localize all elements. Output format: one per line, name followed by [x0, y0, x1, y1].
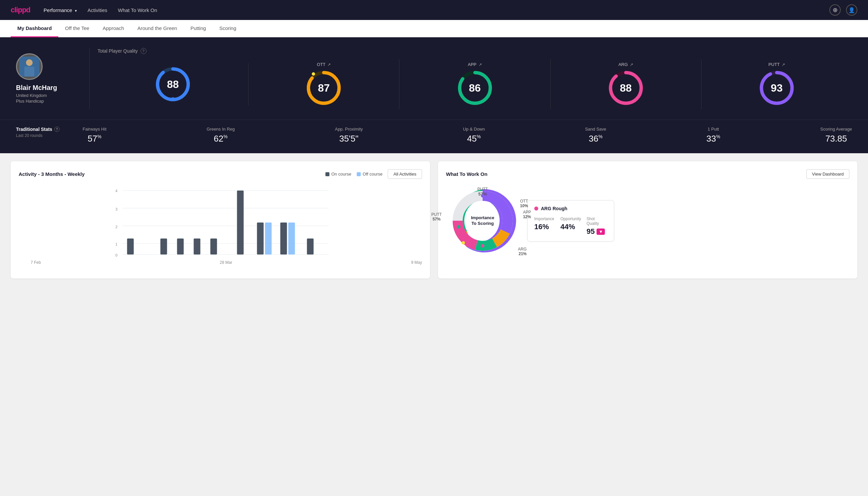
tab-my-dashboard[interactable]: My Dashboard — [11, 20, 58, 37]
gauge-circle-ott: 87 — [305, 69, 342, 106]
what-to-work-on-card: What To Work On View Dashboard — [438, 161, 857, 278]
tab-approach[interactable]: Approach — [96, 20, 130, 37]
add-button[interactable]: ⊕ — [830, 4, 841, 16]
donut-label-putt: PUTT 57% — [477, 187, 488, 197]
tab-around-the-green[interactable]: Around the Green — [130, 20, 184, 37]
metric-label-opportunity: Opportunity — [560, 217, 581, 221]
svg-point-13 — [624, 71, 628, 74]
activity-header: Activity - 3 Months - Weekly On course O… — [19, 169, 422, 179]
stat-name-sand: Sand Save — [585, 127, 606, 131]
gauge-putt: PUTT ↗ 93 — [701, 59, 852, 109]
donut-center: Importance To Scoring — [471, 215, 494, 227]
gauge-circle-putt: 93 — [758, 69, 795, 106]
arrow-up-icon: ↗ — [327, 62, 331, 67]
tab-putting[interactable]: Putting — [184, 20, 213, 37]
svg-rect-29 — [194, 238, 201, 254]
metric-value-opportunity: 44% — [560, 222, 581, 231]
activity-controls: On course Off course All Activities — [326, 169, 422, 179]
nav-right: ⊕ 👤 — [830, 4, 857, 16]
activity-title: Activity - 3 Months - Weekly — [19, 171, 84, 177]
donut-label-putt-side: PUTT 57% — [431, 212, 442, 221]
gauge-label-app: APP ↗ — [468, 62, 482, 67]
metric-shot-quality: Shot Quality 95 ▼ — [586, 217, 607, 236]
svg-point-44 — [457, 225, 460, 229]
tab-off-the-tee[interactable]: Off the Tee — [58, 20, 96, 37]
hero-section: Blair McHarg United Kingdom Plus Handica… — [0, 37, 868, 120]
svg-rect-32 — [257, 222, 264, 254]
donut-pct-putt: 57% — [477, 191, 488, 197]
gauge-app: APP ↗ 86 — [399, 59, 550, 109]
legend-dot-off-course — [357, 172, 361, 176]
stats-label-group: Traditional Stats ? Last 20 rounds — [16, 127, 69, 138]
donut-label-app: APP 12% — [523, 210, 531, 219]
gauge-value-overall: 88 — [167, 78, 179, 90]
stat-fairways-hit: Fairways Hit 57% — [83, 127, 107, 144]
legend-off-course: Off course — [357, 172, 383, 176]
donut-center-text: Importance To Scoring — [471, 215, 494, 227]
wtwo-body: Importance To Scoring PUTT 57% OTT 10% A… — [446, 184, 849, 258]
nav-link-activities[interactable]: Activities — [88, 7, 107, 13]
stat-name-1putt: 1 Putt — [707, 127, 720, 131]
main-content: Activity - 3 Months - Weekly On course O… — [0, 153, 868, 286]
view-dashboard-button[interactable]: View Dashboard — [806, 169, 849, 179]
stats-label: Traditional Stats ? — [16, 127, 69, 132]
stat-up-and-down: Up & Down 45% — [463, 127, 485, 144]
player-name: Blair McHarg — [16, 84, 89, 92]
legend: On course Off course — [326, 172, 383, 176]
logo[interactable]: clippd — [11, 6, 30, 14]
gauge-circle-app: 86 — [457, 69, 493, 106]
svg-point-43 — [462, 241, 465, 245]
top-navigation: clippd Performance ▾ Activities What To … — [0, 0, 868, 20]
arrow-up-icon-arg: ↗ — [630, 62, 633, 67]
svg-rect-33 — [265, 222, 272, 254]
legend-on-course: On course — [326, 172, 351, 176]
svg-text:2: 2 — [115, 225, 117, 229]
chart-label-may: 9 May — [411, 260, 422, 265]
gauge-value-arg: 88 — [620, 82, 632, 94]
player-info: Blair McHarg United Kingdom Plus Handica… — [16, 53, 89, 104]
stat-1-putt: 1 Putt 33% — [707, 127, 720, 144]
arrow-up-icon-app: ↗ — [479, 62, 482, 67]
gauge-value-putt: 93 — [771, 82, 783, 94]
nav-link-performance[interactable]: Performance ▾ — [44, 7, 77, 13]
quality-section: Total Player Quality ? 88 — [89, 48, 852, 109]
nav-left: clippd Performance ▾ Activities What To … — [11, 6, 157, 14]
stat-value-greens: 62% — [206, 134, 235, 144]
nav-links: Performance ▾ Activities What To Work On — [44, 7, 157, 13]
svg-text:3: 3 — [115, 207, 117, 211]
wtwo-header: What To Work On View Dashboard — [446, 169, 849, 179]
metric-value-shot-quality: 95 ▼ — [586, 227, 607, 236]
svg-text:4: 4 — [115, 189, 117, 193]
all-activities-button[interactable]: All Activities — [388, 169, 422, 179]
donut-label-ott: OTT 10% — [520, 199, 528, 208]
down-badge: ▼ — [597, 229, 605, 235]
user-profile-button[interactable]: 👤 — [846, 4, 857, 16]
metric-label-importance: Importance — [534, 217, 555, 221]
stat-value-1putt: 33% — [707, 134, 720, 144]
donut-pct-arg: 21% — [518, 251, 526, 256]
info-metrics: Importance 16% Opportunity 44% Shot Qual… — [534, 217, 607, 236]
plus-icon: ⊕ — [833, 6, 838, 14]
stat-name-up-down: Up & Down — [463, 127, 485, 131]
gauge-overall: 88 — [98, 63, 249, 105]
avatar — [16, 53, 43, 80]
arrow-up-icon-putt: ↗ — [782, 62, 785, 67]
stat-name-app-prox: App. Proximity — [335, 127, 363, 131]
stat-scoring-average: Scoring Average 73.85 — [820, 127, 852, 144]
gauges: 88 OTT ↗ 87 — [98, 59, 852, 109]
donut-putt-side-label: PUTT — [431, 212, 442, 217]
gauge-label-arg: ARG ↗ — [618, 62, 633, 67]
stat-greens-in-reg: Greens In Reg 62% — [206, 127, 235, 144]
svg-rect-30 — [210, 238, 217, 254]
nav-link-what-to-work-on[interactable]: What To Work On — [118, 7, 157, 13]
player-country: United Kingdom — [16, 93, 89, 98]
stats-help-icon[interactable]: ? — [54, 127, 60, 132]
stat-sand-save: Sand Save 36% — [585, 127, 606, 144]
donut-label-arg-text: ARG — [518, 247, 526, 251]
player-handicap: Plus Handicap — [16, 98, 89, 104]
stats-items: Fairways Hit 57% Greens In Reg 62% App. … — [83, 127, 852, 144]
stat-value-fairways: 57% — [83, 134, 107, 144]
help-icon[interactable]: ? — [141, 48, 146, 54]
tab-scoring[interactable]: Scoring — [212, 20, 243, 37]
user-icon: 👤 — [848, 7, 855, 13]
